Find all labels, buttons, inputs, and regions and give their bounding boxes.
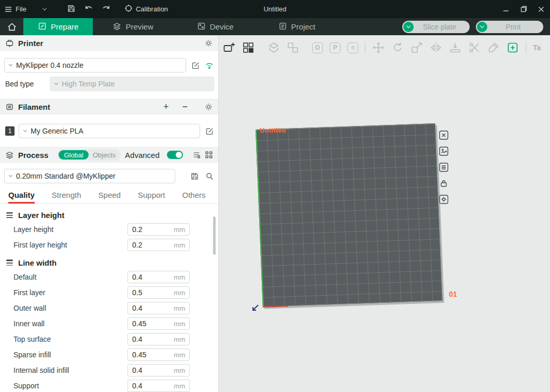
printer-preset-row: MyKlipper 0.4 nozzle xyxy=(4,58,214,72)
auto-orient-icon[interactable] xyxy=(267,41,280,54)
remove-filament-button[interactable]: − xyxy=(182,101,188,112)
scope-objects-option[interactable]: Objects xyxy=(89,151,120,159)
param-input-box[interactable]: mm xyxy=(128,380,190,392)
param-input-box[interactable]: mm xyxy=(128,333,190,345)
chevron-down-icon xyxy=(9,63,12,66)
filament-settings-gear-icon[interactable] xyxy=(204,103,213,111)
search-icon[interactable] xyxy=(205,172,214,181)
plate-thumbnail-icon[interactable] xyxy=(439,147,448,158)
param-input-box[interactable]: mm xyxy=(128,364,190,376)
mirror-icon[interactable] xyxy=(430,41,442,54)
param-input-box[interactable]: mm xyxy=(128,349,190,361)
undo-button[interactable] xyxy=(80,0,97,18)
process-scope-toggle[interactable]: Global Objects xyxy=(58,149,121,161)
arrange-plate-icon[interactable] xyxy=(242,41,255,54)
plate-settings-gear-icon[interactable] xyxy=(439,195,448,206)
param-label: Inner wall xyxy=(13,320,45,328)
param-input-box[interactable]: mm xyxy=(128,286,190,299)
tab-quality[interactable]: Quality xyxy=(8,191,35,204)
inner-wall-line-width-input[interactable] xyxy=(132,320,172,328)
process-preset-select[interactable]: 0.20mm Standard @MyKlipper xyxy=(4,169,175,183)
wifi-icon[interactable] xyxy=(205,61,214,69)
arrange-objects-icon[interactable] xyxy=(287,41,299,54)
edit-printer-icon[interactable] xyxy=(191,61,200,70)
plate-list-icon[interactable] xyxy=(439,163,448,174)
top-surface-line-width-input[interactable] xyxy=(132,335,172,343)
first-layer-line-width-input[interactable] xyxy=(132,288,172,297)
outer-wall-line-width-input[interactable] xyxy=(132,304,172,312)
printer-settings-gear-icon[interactable] xyxy=(204,39,213,48)
sparse-infill-line-width-input[interactable] xyxy=(132,351,172,359)
build-plate[interactable] xyxy=(256,123,443,307)
tab-support[interactable]: Support xyxy=(138,191,165,204)
scale-icon[interactable] xyxy=(411,41,423,54)
tab-preview[interactable]: Preview xyxy=(100,18,165,35)
parameter-list-icon[interactable] xyxy=(192,151,201,159)
add-filament-button[interactable]: + xyxy=(163,101,169,112)
lay-flat-icon[interactable] xyxy=(449,41,461,54)
text-tool-icon[interactable]: Ta xyxy=(533,43,541,52)
bed-type-value: High Temp Plate xyxy=(62,80,115,88)
redo-button[interactable] xyxy=(97,0,115,18)
first-layer-height-input[interactable] xyxy=(132,241,172,249)
variable-layer-height-icon[interactable]: ≡ xyxy=(347,42,358,53)
tab-speed[interactable]: Speed xyxy=(98,191,121,204)
tab-project[interactable]: Project xyxy=(266,18,328,35)
filament-slot-badge[interactable]: 1 xyxy=(5,126,15,136)
filament-preset-row: 1 My Generic PLA xyxy=(5,124,214,138)
project-icon xyxy=(278,22,287,32)
param-label: Top surface xyxy=(13,335,51,343)
support-line-width-input[interactable] xyxy=(132,382,172,390)
slice-plate-button[interactable]: Slice plate xyxy=(402,21,470,33)
param-row: Outer wall mm xyxy=(0,300,218,316)
tab-device[interactable]: Device xyxy=(185,18,246,35)
cut-icon[interactable] xyxy=(468,41,481,54)
printer-preset-select[interactable]: MyKlipper 0.4 nozzle xyxy=(4,58,186,72)
preview-icon xyxy=(112,22,121,32)
minimize-button[interactable] xyxy=(497,0,515,18)
color-paint-icon[interactable] xyxy=(487,41,500,54)
internal-solid-infill-line-width-input[interactable] xyxy=(132,366,172,374)
filament-preset-select[interactable]: My Generic PLA xyxy=(19,124,200,138)
calibration-button[interactable]: Calibration xyxy=(120,0,172,18)
param-input-box[interactable]: mm xyxy=(128,271,190,283)
scope-global-option[interactable]: Global xyxy=(59,150,89,159)
print-options-dropdown[interactable] xyxy=(477,22,487,32)
maximize-button[interactable] xyxy=(515,0,532,18)
line-width-section: Line width xyxy=(0,256,218,269)
param-input-box[interactable]: mm xyxy=(128,239,190,251)
move-icon[interactable] xyxy=(372,41,385,54)
sidebar-scrollbar[interactable] xyxy=(213,216,216,255)
clone-icon[interactable]: P xyxy=(330,42,341,53)
fill-bed-icon[interactable]: O xyxy=(312,42,323,53)
sidebar: Printer MyKlipper 0.4 nozzle Bed type Hi… xyxy=(0,35,219,392)
default-line-width-input[interactable] xyxy=(132,273,172,281)
tab-others[interactable]: Others xyxy=(182,191,206,204)
save-preset-icon[interactable] xyxy=(190,172,199,181)
rotate-icon[interactable] xyxy=(391,41,404,54)
main-menu-button[interactable]: File xyxy=(0,0,50,18)
param-input-box[interactable]: mm xyxy=(128,317,190,330)
process-section-title: Process xyxy=(18,151,48,159)
param-input-box[interactable]: mm xyxy=(128,223,190,236)
delete-plate-icon[interactable] xyxy=(439,130,448,142)
home-button[interactable] xyxy=(0,18,23,35)
assembly-view-icon[interactable] xyxy=(506,41,519,54)
lock-plate-icon[interactable] xyxy=(439,179,448,190)
parameter-tree-icon[interactable] xyxy=(205,151,213,159)
param-input-box[interactable]: mm xyxy=(128,302,190,314)
close-button[interactable] xyxy=(532,0,550,18)
bed-type-label: Bed type xyxy=(5,80,50,88)
tab-strength[interactable]: Strength xyxy=(52,191,81,204)
layer-height-input[interactable] xyxy=(132,225,172,234)
viewport-3d[interactable]: O P ≡ Ta Untitled 01 xyxy=(219,35,550,392)
slice-options-dropdown[interactable] xyxy=(403,22,414,32)
edit-filament-icon[interactable] xyxy=(205,127,214,136)
printer-icon xyxy=(5,39,14,48)
print-button[interactable]: Print xyxy=(476,21,543,33)
tab-prepare[interactable]: Prepare xyxy=(23,18,93,35)
add-plate-icon[interactable] xyxy=(223,41,235,54)
advanced-toggle[interactable] xyxy=(167,151,183,159)
save-button[interactable] xyxy=(63,0,80,18)
bed-type-select[interactable]: High Temp Plate xyxy=(50,77,214,91)
